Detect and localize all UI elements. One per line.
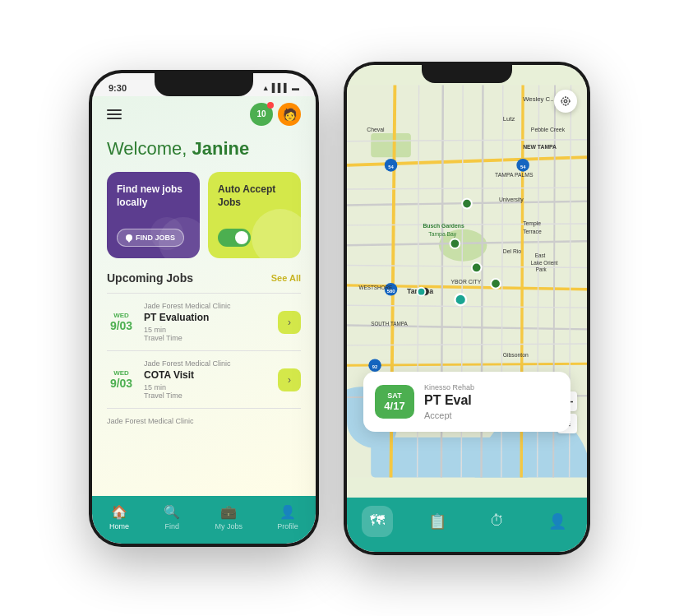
job-day-1: WED [107,312,136,319]
nav2-map[interactable]: 🗺 [362,506,393,537]
job-info-1: Jade Forest Medical Clinic PT Evaluation… [144,302,270,342]
job-info-3: Jade Forest Medical Clinic [107,417,301,427]
wifi-icon: ▲ [262,84,270,92]
job-travel-1: 15 minTravel Time [144,326,270,342]
svg-text:54: 54 [388,164,394,169]
auto-accept-toggle[interactable] [218,229,251,247]
svg-rect-3 [371,132,411,156]
bottom-navigation-2: 🗺 📋 ⏱ 👤 [347,498,587,552]
map-icon: 🗺 [370,512,385,530]
upcoming-jobs-title: Upcoming Jobs [107,271,193,285]
nav-profile[interactable]: 👤 Profile [277,504,298,530]
job-info-2: Jade Forest Medical Clinic COTA Visit 15… [144,359,270,400]
nav2-time[interactable]: ⏱ [482,506,513,537]
menu-button[interactable] [107,109,122,119]
svg-text:Temple: Temple [523,220,541,226]
nav2-jobs[interactable]: 📋 [422,506,453,537]
see-all-button[interactable]: See All [271,273,301,283]
user-name: Janine [192,138,250,159]
svg-text:SOUTH TAMPA: SOUTH TAMPA [371,320,408,326]
status-icons: ▲ ▌▌▌ ▬ [262,83,299,92]
svg-text:YBOR CITY: YBOR CITY [451,278,482,284]
find-jobs-title: Find new jobs locally [117,183,190,209]
svg-text:TAMPA PALMS: TAMPA PALMS [495,172,534,178]
job-arrow-1[interactable]: › [278,311,301,334]
svg-text:Terrace: Terrace [523,228,542,234]
home-icon: 🏠 [111,504,127,520]
popup-info: Kinesso Rehab PT Eval Accept [424,383,559,420]
job-date-2: WED 9/03 [107,369,136,390]
notification-avatar[interactable]: 10 [250,103,273,126]
job-clinic-1: Jade Forest Medical Clinic [144,302,270,310]
greeting-text: Welcome, [107,138,192,159]
menu-line [107,109,122,111]
auto-accept-card[interactable]: Auto Accept Jobs [208,172,301,258]
svg-text:Busch Gardens: Busch Gardens [423,222,464,228]
svg-point-63 [561,97,569,104]
location-button[interactable] [554,90,577,113]
svg-point-57 [450,239,460,248]
user-icon: 👤 [548,512,566,530]
popup-clinic: Kinesso Rehab [424,383,559,391]
nav-find[interactable]: 🔍 Find [164,504,180,530]
bottom-navigation: 🏠 Home 🔍 Find 💼 My Jobs 👤 Profile [92,496,316,544]
svg-rect-1 [371,437,531,477]
svg-point-60 [455,294,466,305]
table-row[interactable]: WED 9/03 Jade Forest Medical Clinic COTA… [107,350,301,408]
svg-point-58 [472,262,482,272]
notch-right [422,65,512,83]
phone-right-screen: 54 54 580 92 Wesley C... Lutz Pebble Cre… [347,65,587,552]
find-jobs-card[interactable]: Find new jobs locally FIND JOBS [107,172,200,258]
popup-date: Sat 4/17 [375,385,414,419]
menu-line [107,118,122,119]
user-avatar[interactable]: 🧑 [278,103,301,126]
signal-icon: ▌▌▌ [272,83,289,92]
svg-text:Gibsonton: Gibsonton [503,352,529,358]
phone-right: 54 54 580 92 Wesley C... Lutz Pebble Cre… [344,62,590,555]
svg-point-61 [418,287,426,295]
svg-line-9 [347,364,587,365]
find-jobs-button[interactable]: FIND JOBS [117,229,184,247]
map-view[interactable]: 54 54 580 92 Wesley C... Lutz Pebble Cre… [347,65,587,498]
avatar-group: 10 🧑 [250,103,301,126]
menu-line [107,113,122,115]
popup-datenum: 4/17 [383,400,406,412]
job-day-2: WED [107,369,136,377]
job-clinic-3: Jade Forest Medical Clinic [107,417,301,425]
job-popup[interactable]: Sat 4/17 Kinesso Rehab PT Eval Accept [363,372,570,432]
job-arrow-2[interactable]: › [278,368,301,391]
nav-profile-label: Profile [277,522,298,530]
clock-icon: ⏱ [490,512,505,530]
table-row[interactable]: WED 9/03 Jade Forest Medical Clinic PT E… [107,293,301,350]
svg-text:Tampa Bay: Tampa Bay [428,230,457,237]
popup-title: PT Eval [424,393,559,408]
location-icon [126,234,132,241]
nav-home-label: Home [109,522,129,530]
phone-left-content: 10 🧑 Welcome, Janine Find new jobs local… [92,96,316,496]
job-datenum-2: 9/03 [107,377,136,390]
svg-point-56 [462,198,472,208]
svg-text:NEW TAMPA: NEW TAMPA [523,144,557,150]
time-display: 9:30 [109,83,127,93]
nav-home[interactable]: 🏠 Home [109,504,129,530]
svg-text:East: East [535,252,546,257]
job-title-2: COTA Visit [144,369,270,381]
phone-left-screen: 9:30 ▲ ▌▌▌ ▬ [92,73,316,544]
notch-left [155,73,253,96]
svg-text:Park: Park [536,266,547,272]
svg-text:Pebble Creek: Pebble Creek [531,126,566,132]
table-row: Jade Forest Medical Clinic [107,408,301,435]
svg-text:Lutz: Lutz [503,115,515,123]
job-title-1: PT Evaluation [144,312,270,323]
nav-myjobs[interactable]: 💼 My Jobs [215,504,243,530]
job-clinic-2: Jade Forest Medical Clinic [144,359,270,368]
popup-accept[interactable]: Accept [424,410,559,420]
myjobs-icon: 💼 [220,504,237,520]
svg-text:Cheval: Cheval [367,126,385,132]
svg-point-62 [564,100,567,103]
nav2-profile[interactable]: 👤 [542,506,573,537]
job-travel-2: 15 minTravel Time [144,383,270,400]
action-cards: Find new jobs locally FIND JOBS Auto Acc… [107,172,301,258]
popup-day: Sat [383,391,406,400]
notification-badge [267,102,274,109]
